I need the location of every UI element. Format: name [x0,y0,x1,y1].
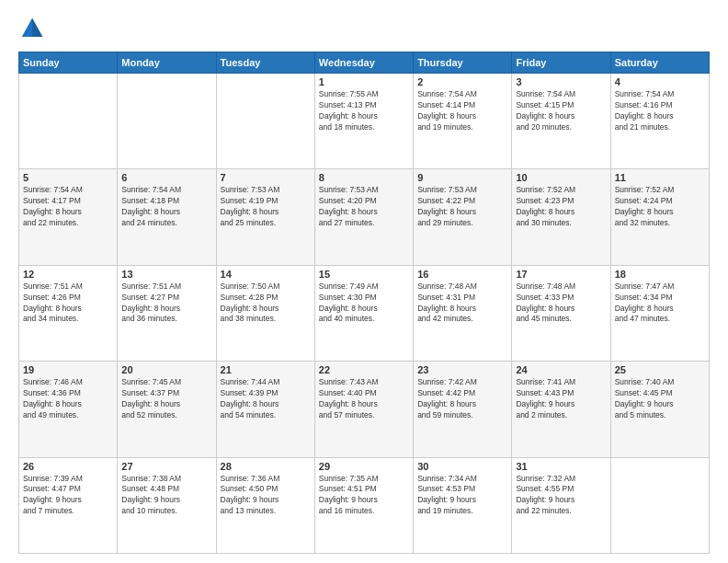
day-number: 6 [121,172,211,183]
day-number: 21 [221,364,311,375]
calendar-cell: 3Sunrise: 7:54 AM Sunset: 4:15 PM Daylig… [512,74,610,169]
day-info: Sunrise: 7:42 AM Sunset: 4:42 PM Dayligh… [417,377,507,421]
day-number: 1 [319,76,409,87]
svg-marker-1 [32,18,42,37]
calendar-cell: 25Sunrise: 7:40 AM Sunset: 4:45 PM Dayli… [610,362,709,457]
day-number: 2 [417,76,507,87]
calendar-cell: 22Sunrise: 7:43 AM Sunset: 4:40 PM Dayli… [314,362,413,457]
day-info: Sunrise: 7:55 AM Sunset: 4:13 PM Dayligh… [319,89,409,133]
day-info: Sunrise: 7:36 AM Sunset: 4:50 PM Dayligh… [221,474,311,518]
day-number: 29 [319,461,409,472]
calendar-cell: 5Sunrise: 7:54 AM Sunset: 4:17 PM Daylig… [19,169,118,265]
calendar-cell: 1Sunrise: 7:55 AM Sunset: 4:13 PM Daylig… [314,74,413,169]
day-info: Sunrise: 7:44 AM Sunset: 4:39 PM Dayligh… [221,377,311,421]
day-number: 17 [516,269,606,280]
day-info: Sunrise: 7:52 AM Sunset: 4:23 PM Dayligh… [516,185,606,229]
calendar-cell: 27Sunrise: 7:38 AM Sunset: 4:48 PM Dayli… [118,457,216,553]
calendar-cell: 11Sunrise: 7:52 AM Sunset: 4:24 PM Dayli… [610,169,709,265]
header [18,15,710,42]
calendar-cell [216,74,314,169]
calendar-cell: 20Sunrise: 7:45 AM Sunset: 4:37 PM Dayli… [118,362,216,457]
calendar-cell: 31Sunrise: 7:32 AM Sunset: 4:55 PM Dayli… [512,457,610,553]
calendar-cell: 8Sunrise: 7:53 AM Sunset: 4:20 PM Daylig… [314,169,413,265]
day-number: 26 [23,461,113,472]
day-info: Sunrise: 7:46 AM Sunset: 4:36 PM Dayligh… [23,377,113,421]
day-info: Sunrise: 7:52 AM Sunset: 4:24 PM Dayligh… [615,185,705,229]
day-info: Sunrise: 7:49 AM Sunset: 4:30 PM Dayligh… [319,282,409,326]
calendar-cell: 7Sunrise: 7:53 AM Sunset: 4:19 PM Daylig… [216,169,314,265]
calendar-week-row: 1Sunrise: 7:55 AM Sunset: 4:13 PM Daylig… [19,74,710,169]
calendar-table: SundayMondayTuesdayWednesdayThursdayFrid… [18,52,710,554]
calendar-cell: 4Sunrise: 7:54 AM Sunset: 4:16 PM Daylig… [610,74,709,169]
day-info: Sunrise: 7:43 AM Sunset: 4:40 PM Dayligh… [319,377,409,421]
day-number: 7 [221,172,311,183]
day-info: Sunrise: 7:34 AM Sunset: 4:53 PM Dayligh… [417,474,507,518]
weekday-header: Wednesday [314,52,413,74]
day-number: 12 [23,269,113,280]
calendar-cell [19,74,118,169]
weekday-header: Friday [512,52,610,74]
day-info: Sunrise: 7:50 AM Sunset: 4:28 PM Dayligh… [221,282,311,326]
day-info: Sunrise: 7:47 AM Sunset: 4:34 PM Dayligh… [615,282,705,326]
weekday-header: Tuesday [216,52,314,74]
calendar-cell: 14Sunrise: 7:50 AM Sunset: 4:28 PM Dayli… [216,265,314,361]
day-number: 10 [516,172,606,183]
day-info: Sunrise: 7:53 AM Sunset: 4:19 PM Dayligh… [221,185,311,229]
page: SundayMondayTuesdayWednesdayThursdayFrid… [0,0,728,563]
day-number: 20 [121,364,211,375]
calendar-cell: 30Sunrise: 7:34 AM Sunset: 4:53 PM Dayli… [414,457,512,553]
weekday-header-row: SundayMondayTuesdayWednesdayThursdayFrid… [19,52,710,74]
day-number: 13 [121,269,211,280]
day-info: Sunrise: 7:54 AM Sunset: 4:17 PM Dayligh… [23,185,113,229]
day-number: 4 [615,76,705,87]
logo-icon [18,15,46,42]
day-info: Sunrise: 7:51 AM Sunset: 4:27 PM Dayligh… [121,282,211,326]
calendar-cell [118,74,216,169]
day-number: 31 [516,461,606,472]
day-info: Sunrise: 7:54 AM Sunset: 4:15 PM Dayligh… [516,89,606,133]
calendar-week-row: 26Sunrise: 7:39 AM Sunset: 4:47 PM Dayli… [19,457,710,553]
calendar-week-row: 19Sunrise: 7:46 AM Sunset: 4:36 PM Dayli… [19,362,710,457]
calendar-cell: 23Sunrise: 7:42 AM Sunset: 4:42 PM Dayli… [414,362,512,457]
day-number: 14 [221,269,311,280]
calendar-cell: 19Sunrise: 7:46 AM Sunset: 4:36 PM Dayli… [19,362,118,457]
day-info: Sunrise: 7:54 AM Sunset: 4:14 PM Dayligh… [417,89,507,133]
day-number: 19 [23,364,113,375]
day-number: 8 [319,172,409,183]
day-number: 5 [23,172,113,183]
day-info: Sunrise: 7:53 AM Sunset: 4:20 PM Dayligh… [319,185,409,229]
day-info: Sunrise: 7:40 AM Sunset: 4:45 PM Dayligh… [615,377,705,421]
day-info: Sunrise: 7:38 AM Sunset: 4:48 PM Dayligh… [121,474,211,518]
weekday-header: Sunday [19,52,118,74]
day-info: Sunrise: 7:54 AM Sunset: 4:18 PM Dayligh… [121,185,211,229]
day-info: Sunrise: 7:39 AM Sunset: 4:47 PM Dayligh… [23,474,113,518]
day-info: Sunrise: 7:41 AM Sunset: 4:43 PM Dayligh… [516,377,606,421]
day-info: Sunrise: 7:48 AM Sunset: 4:31 PM Dayligh… [417,282,507,326]
calendar-cell: 15Sunrise: 7:49 AM Sunset: 4:30 PM Dayli… [314,265,413,361]
day-info: Sunrise: 7:51 AM Sunset: 4:26 PM Dayligh… [23,282,113,326]
weekday-header: Thursday [414,52,512,74]
day-number: 9 [417,172,507,183]
day-number: 16 [417,269,507,280]
weekday-header: Monday [118,52,216,74]
day-number: 24 [516,364,606,375]
day-info: Sunrise: 7:53 AM Sunset: 4:22 PM Dayligh… [417,185,507,229]
day-info: Sunrise: 7:48 AM Sunset: 4:33 PM Dayligh… [516,282,606,326]
weekday-header: Saturday [610,52,709,74]
calendar-week-row: 12Sunrise: 7:51 AM Sunset: 4:26 PM Dayli… [19,265,710,361]
calendar-cell: 18Sunrise: 7:47 AM Sunset: 4:34 PM Dayli… [610,265,709,361]
day-info: Sunrise: 7:45 AM Sunset: 4:37 PM Dayligh… [121,377,211,421]
day-number: 18 [615,269,705,280]
calendar-cell: 29Sunrise: 7:35 AM Sunset: 4:51 PM Dayli… [314,457,413,553]
day-number: 22 [319,364,409,375]
day-number: 27 [121,461,211,472]
calendar-week-row: 5Sunrise: 7:54 AM Sunset: 4:17 PM Daylig… [19,169,710,265]
day-info: Sunrise: 7:35 AM Sunset: 4:51 PM Dayligh… [319,474,409,518]
day-number: 23 [417,364,507,375]
calendar-cell: 10Sunrise: 7:52 AM Sunset: 4:23 PM Dayli… [512,169,610,265]
calendar-cell [610,457,709,553]
calendar-cell: 16Sunrise: 7:48 AM Sunset: 4:31 PM Dayli… [414,265,512,361]
day-number: 28 [221,461,311,472]
calendar-cell: 24Sunrise: 7:41 AM Sunset: 4:43 PM Dayli… [512,362,610,457]
calendar-cell: 6Sunrise: 7:54 AM Sunset: 4:18 PM Daylig… [118,169,216,265]
